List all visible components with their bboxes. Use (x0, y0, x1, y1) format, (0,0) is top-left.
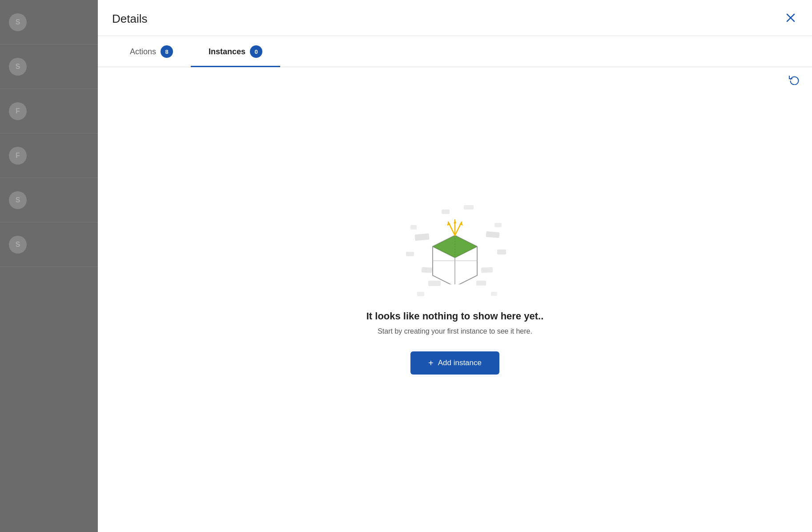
modal-title: Details (112, 12, 147, 26)
svg-marker-6 (433, 235, 477, 258)
list-item: S (0, 44, 98, 89)
tab-actions-label: Actions (130, 47, 156, 56)
tab-actions-badge: 8 (161, 45, 173, 58)
modal-header: Details (98, 0, 812, 36)
list-item: F (0, 89, 98, 133)
empty-state-illustration (402, 198, 508, 296)
list-item: S (0, 222, 98, 267)
details-modal: Details Actions 8 Instances 0 (98, 0, 812, 532)
avatar: F (9, 147, 27, 165)
background-list: S S F F S S (0, 0, 98, 532)
box-svg (424, 213, 486, 284)
add-instance-button[interactable]: + Add instance (410, 351, 499, 375)
modal-body: It looks like nothing to show here yet..… (98, 67, 812, 532)
empty-state-title: It looks like nothing to show here yet.. (366, 310, 544, 322)
tab-instances[interactable]: Instances 0 (191, 36, 280, 67)
avatar: F (9, 102, 27, 120)
avatar: S (9, 236, 27, 254)
tab-actions[interactable]: Actions 8 (112, 36, 191, 67)
svg-marker-11 (454, 220, 456, 223)
avatar: S (9, 13, 27, 31)
add-instance-label: Add instance (438, 359, 482, 367)
list-item: F (0, 133, 98, 178)
tab-instances-badge: 0 (250, 45, 262, 58)
empty-state: It looks like nothing to show here yet..… (366, 67, 544, 532)
avatar: S (9, 58, 27, 76)
empty-state-subtitle: Start by creating your first instance to… (378, 327, 532, 335)
tab-instances-label: Instances (209, 47, 245, 56)
close-button[interactable] (784, 11, 798, 27)
add-instance-icon: + (428, 359, 434, 367)
list-item: S (0, 0, 98, 44)
avatar: S (9, 191, 27, 209)
list-item: S (0, 178, 98, 222)
refresh-button[interactable] (789, 74, 800, 88)
background-sidebar: S S F F S S (0, 0, 98, 532)
tabs-container: Actions 8 Instances 0 (98, 36, 812, 67)
